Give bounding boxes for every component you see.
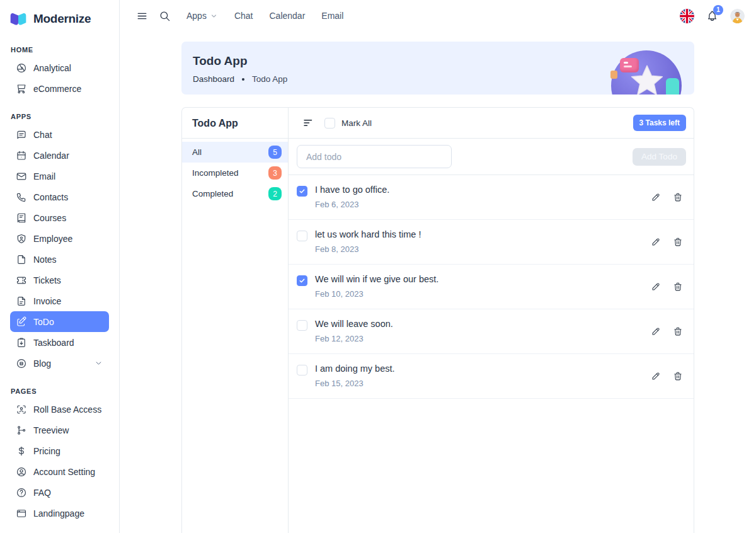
nav-link-chat[interactable]: Chat <box>226 11 261 21</box>
todo-item-actions <box>651 326 694 336</box>
todo-checkbox[interactable] <box>297 186 307 197</box>
breadcrumb-dashboard[interactable]: Dashboard <box>193 74 234 84</box>
nav-link-label: Calendar <box>270 11 306 21</box>
mail-icon <box>16 171 27 182</box>
search-icon[interactable] <box>156 7 173 25</box>
sidebar-item-pricing[interactable]: Pricing <box>10 440 109 461</box>
sidebar-section-label: HOME <box>11 46 109 54</box>
nav-link-email[interactable]: Email <box>313 11 352 21</box>
sidebar-section: PAGESRoll Base AccessTreeviewPricingAcco… <box>10 387 109 524</box>
todo-item-title: I have to go office. <box>315 185 389 195</box>
trash-icon[interactable] <box>673 237 683 247</box>
pencil-icon[interactable] <box>651 192 661 202</box>
sidebar-item-label: Tickets <box>33 275 61 285</box>
todo-item-row: let us work hard this time !Feb 8, 2023 <box>289 220 694 265</box>
main-content: Todo App Dashboard Todo App Todo App All… <box>120 0 756 533</box>
sidebar-item-tickets[interactable]: Tickets <box>10 270 109 290</box>
bell-icon[interactable]: 1 <box>706 10 718 22</box>
trash-icon[interactable] <box>673 326 683 336</box>
todo-card: Todo App All5Incompleted3Completed2 Mark… <box>181 107 694 533</box>
trash-icon[interactable] <box>673 192 683 202</box>
todo-item-actions <box>651 371 694 381</box>
sidebar-item-roll-base-access[interactable]: Roll Base Access <box>10 399 109 420</box>
todo-checkbox[interactable] <box>297 231 307 241</box>
chevron-down-icon <box>94 358 103 368</box>
todo-item-title: let us work hard this time ! <box>315 229 421 239</box>
sidebar-item-label: Account Setting <box>33 467 95 477</box>
trash-icon[interactable] <box>673 371 683 381</box>
sidebar-item-ecommerce[interactable]: eCommerce <box>10 78 109 99</box>
filter-icon[interactable] <box>302 117 314 129</box>
todo-checkbox[interactable] <box>297 320 307 331</box>
clipboard-icon <box>16 337 27 348</box>
todo-item-text: let us work hard this time !Feb 8, 2023 <box>315 229 421 264</box>
phone-icon <box>16 192 27 203</box>
add-todo-row: Add Todo <box>289 139 694 175</box>
sidebar-item-taskboard[interactable]: Taskboard <box>10 332 109 353</box>
sidebar-item-label: Pricing <box>33 446 60 456</box>
todo-tab-incompleted[interactable]: Incompleted3 <box>182 163 288 183</box>
add-todo-input[interactable] <box>297 145 452 168</box>
sidebar-item-label: Blog <box>33 358 51 369</box>
todo-item-actions <box>651 282 694 292</box>
mark-all-checkbox[interactable] <box>324 118 335 129</box>
sidebar-item-employee[interactable]: Employee <box>10 228 109 249</box>
sidebar-item-notes[interactable]: Notes <box>10 249 109 270</box>
pencil-icon[interactable] <box>651 371 661 381</box>
todo-tab-all[interactable]: All5 <box>182 142 288 163</box>
sidebar-item-treeview[interactable]: Treeview <box>10 420 109 440</box>
todo-checkbox[interactable] <box>297 365 307 375</box>
todo-item-title: I am doing my best. <box>315 364 395 374</box>
sidebar-item-todo[interactable]: ToDo <box>10 311 109 332</box>
pencil-icon[interactable] <box>651 282 661 292</box>
sidebar-item-account-setting[interactable]: Account Setting <box>10 461 109 482</box>
todo-item-date: Feb 15, 2023 <box>315 379 395 388</box>
pencil-icon[interactable] <box>651 326 661 336</box>
blog-icon <box>16 358 27 369</box>
breadcrumb-current: Todo App <box>252 74 287 84</box>
todo-toolbar: Mark All 3 Tasks left <box>289 108 694 139</box>
trash-icon[interactable] <box>673 282 683 292</box>
todo-item-row: I have to go office.Feb 6, 2023 <box>289 175 694 220</box>
sidebar-item-blog[interactable]: Blog <box>10 353 109 374</box>
sidebar-item-faq[interactable]: FAQ <box>10 482 109 503</box>
sidebar-item-contacts[interactable]: Contacts <box>10 186 109 207</box>
todo-checkbox[interactable] <box>297 275 307 286</box>
todo-tab-label: Completed <box>192 189 233 198</box>
sidebar-item-courses[interactable]: Courses <box>10 207 109 228</box>
sidebar-item-label: Landingpage <box>33 508 84 519</box>
todo-tab-count-badge: 3 <box>268 166 282 180</box>
uk-flag-icon[interactable] <box>680 9 694 23</box>
tasks-left-badge: 3 Tasks left <box>633 115 686 131</box>
todo-item-text: We will leave soon.Feb 12, 2023 <box>315 319 393 353</box>
sidebar-item-email[interactable]: Email <box>10 166 109 186</box>
sidebar-item-label: Courses <box>33 213 66 223</box>
page-banner: Todo App Dashboard Todo App <box>181 42 694 95</box>
invoice-icon <box>16 295 27 307</box>
brand-logo[interactable]: Modernize <box>0 0 119 28</box>
todo-main-panel: Mark All 3 Tasks left Add Todo I have to… <box>289 108 694 533</box>
todo-panel-title: Todo App <box>182 108 288 139</box>
avatar[interactable] <box>730 9 745 23</box>
help-icon <box>16 487 27 498</box>
sidebar-item-calendar[interactable]: Calendar <box>10 145 109 166</box>
pencil-icon[interactable] <box>651 237 661 247</box>
add-todo-button[interactable]: Add Todo <box>633 148 686 166</box>
sidebar-item-analytical[interactable]: Analytical <box>10 57 109 78</box>
todo-item-actions <box>651 237 694 247</box>
sidebar-item-landingpage[interactable]: Landingpage <box>10 503 109 524</box>
todo-item-date: Feb 12, 2023 <box>315 334 393 343</box>
nav-link-calendar[interactable]: Calendar <box>261 11 314 21</box>
nav-link-apps[interactable]: Apps <box>178 11 226 21</box>
menu-icon[interactable] <box>133 7 151 25</box>
nav-link-label: Chat <box>234 11 253 21</box>
sidebar-item-invoice[interactable]: Invoice <box>10 290 109 311</box>
sidebar-item-label: Taskboard <box>33 338 74 348</box>
user-scan-icon <box>16 404 27 415</box>
todo-tab-completed[interactable]: Completed2 <box>182 183 288 204</box>
mark-all-label: Mark All <box>341 118 372 128</box>
nav-link-label: Apps <box>186 11 207 21</box>
sidebar-item-chat[interactable]: Chat <box>10 124 109 145</box>
sidebar-nav: HOMEAnalyticaleCommerceAPPSChatCalendarE… <box>0 46 119 524</box>
sidebar-item-label: eCommerce <box>33 84 81 94</box>
